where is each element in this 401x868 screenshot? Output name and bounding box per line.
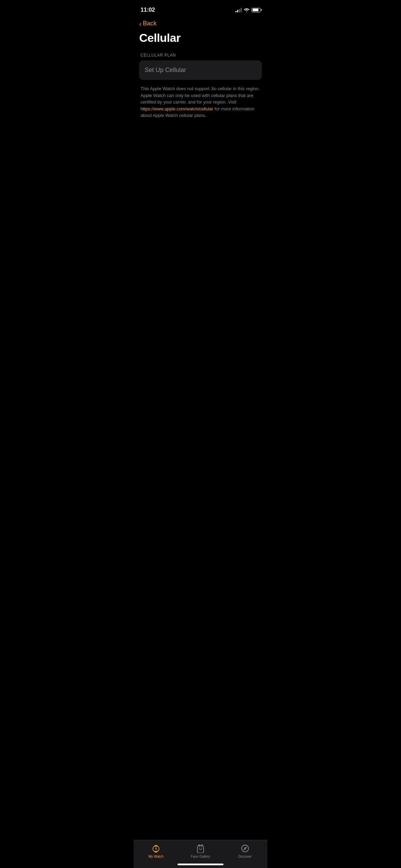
status-icons	[235, 8, 260, 12]
back-chevron-icon: ‹	[139, 20, 142, 27]
battery-icon	[252, 8, 260, 12]
page-title-container: Cellular	[134, 28, 267, 53]
setup-cellular-button[interactable]: Set Up Cellular	[139, 60, 262, 80]
status-bar: 11:02	[134, 0, 267, 17]
cellular-link[interactable]: https://www.apple.com/watch/cellular	[141, 106, 213, 111]
status-time: 11:02	[141, 7, 155, 13]
page-title: Cellular	[139, 31, 262, 45]
section-label: CELLULAR PLAN	[139, 53, 262, 58]
info-text-before-link: This Apple Watch does not support Jio ce…	[141, 86, 259, 105]
wifi-icon	[244, 8, 250, 12]
signal-icon	[235, 8, 242, 12]
content-area: CELLULAR PLAN Set Up Cellular This Apple…	[134, 53, 267, 120]
info-text: This Apple Watch does not support Jio ce…	[139, 84, 262, 120]
back-button-label: Back	[143, 20, 157, 27]
setup-button-label: Set Up Cellular	[145, 67, 186, 74]
back-navigation[interactable]: ‹ Back	[134, 17, 267, 28]
